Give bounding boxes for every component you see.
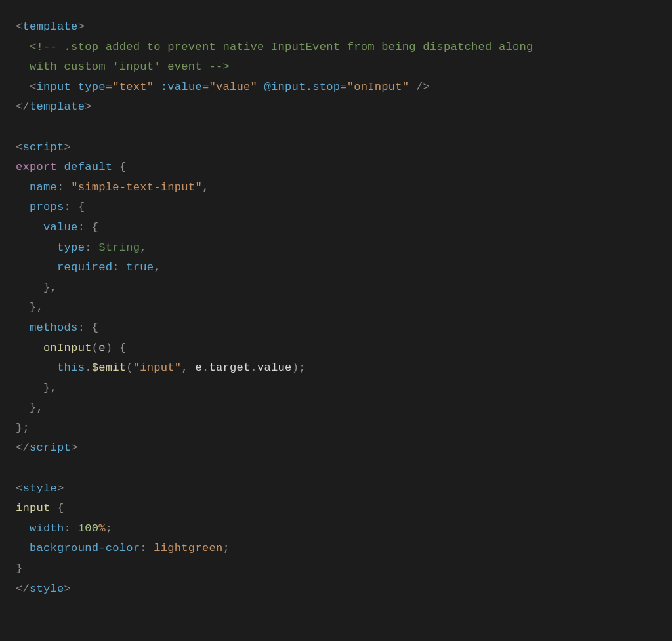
code-line: <style> (16, 482, 64, 495)
code-line: width: 100%; (16, 522, 112, 535)
code-line: export default { (16, 161, 126, 173)
code-line: this.$emit("input", e.target.value); (16, 362, 306, 374)
code-line: </script> (16, 442, 78, 454)
code-line: }, (16, 301, 43, 314)
code-line: required: true, (16, 261, 161, 274)
code-line: } (16, 562, 23, 575)
code-line: onInput(e) { (16, 342, 126, 354)
code-line: </style> (16, 583, 71, 595)
code-line: }, (16, 281, 57, 294)
code-line: background-color: lightgreen; (16, 542, 230, 554)
code-line: methods: { (16, 321, 98, 334)
code-line: <script> (16, 141, 71, 154)
code-line: type: String, (16, 241, 147, 254)
code-line: input { (16, 502, 64, 514)
code-line: props: { (16, 201, 85, 213)
code-line: value: { (16, 221, 98, 234)
code-line: <!-- .stop added to prevent native Input… (16, 41, 534, 53)
code-line: }, (16, 402, 43, 414)
code-line: }; (16, 422, 30, 434)
code-line: with custom 'input' event --> (16, 60, 230, 73)
code-line: <template> (16, 20, 85, 33)
code-line: name: "simple-text-input", (16, 181, 209, 194)
code-line: <input type="text" :value="value" @input… (16, 81, 430, 93)
code-line: }, (16, 382, 57, 394)
code-line: </template> (16, 100, 92, 113)
code-editor[interactable]: <template> <!-- .stop added to prevent n… (0, 0, 672, 616)
